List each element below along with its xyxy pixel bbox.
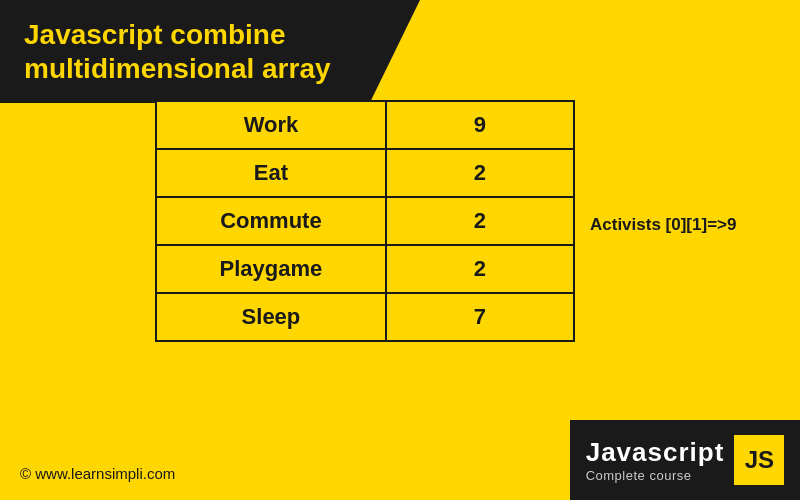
table-row: Work9 xyxy=(156,101,574,149)
row-label: Commute xyxy=(156,197,386,245)
row-label: Sleep xyxy=(156,293,386,341)
badge-main-label: Javascript xyxy=(586,437,725,468)
row-value: 7 xyxy=(386,293,574,341)
title-block: Javascript combine multidimensional arra… xyxy=(0,0,420,103)
js-logo: JS xyxy=(734,435,784,485)
table-row: Eat2 xyxy=(156,149,574,197)
js-badge: Javascript Complete course JS xyxy=(570,420,800,500)
row-value: 2 xyxy=(386,197,574,245)
table-row: Playgame2 xyxy=(156,245,574,293)
row-label: Playgame xyxy=(156,245,386,293)
badge-text: Javascript Complete course xyxy=(586,437,725,483)
data-table: Work9Eat2Commute2Playgame2Sleep7 xyxy=(155,100,575,342)
title-line1: Javascript combine xyxy=(24,19,285,50)
copyright-text: © www.learnsimpli.com xyxy=(20,465,175,482)
table-row: Commute2 xyxy=(156,197,574,245)
title-line2: multidimensional array xyxy=(24,53,331,84)
badge-sub-label: Complete course xyxy=(586,468,692,483)
table-container: Work9Eat2Commute2Playgame2Sleep7 xyxy=(155,100,575,342)
annotation-label: Activists [0][1]=>9 xyxy=(590,215,736,235)
row-label: Eat xyxy=(156,149,386,197)
js-logo-text: JS xyxy=(745,446,774,474)
table-row: Sleep7 xyxy=(156,293,574,341)
row-value: 2 xyxy=(386,149,574,197)
page-title: Javascript combine multidimensional arra… xyxy=(24,18,396,85)
row-label: Work xyxy=(156,101,386,149)
row-value: 2 xyxy=(386,245,574,293)
row-value: 9 xyxy=(386,101,574,149)
